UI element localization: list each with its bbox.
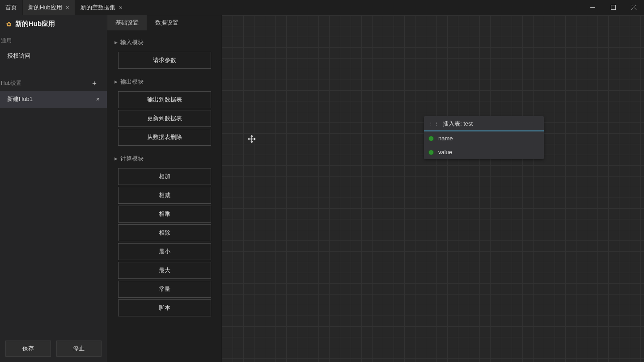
module-update-to-table[interactable]: 更新到数据表 (118, 110, 211, 127)
section-header-general: 通用 (0, 33, 107, 47)
tab-data-settings[interactable]: 数据设置 (147, 15, 187, 30)
svg-rect-0 (611, 5, 615, 10)
tab-basic-settings[interactable]: 基础设置 (107, 15, 147, 30)
port-icon[interactable] (428, 136, 434, 141)
module-script[interactable]: 脚本 (118, 299, 211, 316)
chevron-right-icon: ▶ (114, 80, 118, 84)
node-insert-table[interactable]: ⋮⋮ 插入表: test name value (424, 116, 544, 159)
titlebar: 首页 新的Hub应用 × 新的空数据集 × (0, 0, 644, 15)
chevron-right-icon: ▶ (114, 156, 118, 161)
module-output-to-table[interactable]: 输出到数据表 (118, 91, 211, 108)
palette-tabs: 基础设置 数据设置 (107, 15, 221, 30)
tab-empty-dataset[interactable]: 新的空数据集 × (75, 0, 128, 15)
module-divide[interactable]: 相除 (118, 224, 211, 241)
move-cursor-icon (248, 135, 256, 143)
port-icon[interactable] (428, 150, 434, 155)
save-button[interactable]: 保存 (5, 341, 51, 357)
drag-grip-icon[interactable]: ⋮⋮ (428, 121, 439, 127)
module-multiply[interactable]: 相乘 (118, 206, 211, 223)
tab-hub-app[interactable]: 新的Hub应用 × (23, 0, 75, 15)
tab-label: 新的空数据集 (80, 4, 115, 12)
module-palette: 基础设置 数据设置 ▶ 输入模块 请求参数 ▶ 输出模块 输出到数据表 更新到数… (107, 15, 222, 362)
sidebar-item-auth[interactable]: 授权访问 (0, 47, 107, 64)
close-icon[interactable]: × (66, 4, 69, 11)
module-delete-from-table[interactable]: 从数据表删除 (118, 129, 211, 146)
sidebar-item-hub1[interactable]: 新建Hub1 × (0, 91, 107, 108)
node-port-value[interactable]: value (424, 145, 544, 159)
port-label: name (438, 135, 453, 142)
module-const[interactable]: 常量 (118, 281, 211, 298)
section-header-hub: Hub设置 ＋ (0, 74, 107, 91)
group-header-input[interactable]: ▶ 输入模块 (114, 34, 214, 50)
module-max[interactable]: 最大 (118, 262, 211, 279)
group-header-calc[interactable]: ▶ 计算模块 (114, 150, 214, 166)
chevron-right-icon: ▶ (114, 40, 118, 45)
module-min[interactable]: 最小 (118, 243, 211, 260)
app-icon: ✿ (6, 21, 12, 28)
palette-body: ▶ 输入模块 请求参数 ▶ 输出模块 输出到数据表 更新到数据表 从数据表删除 … (107, 30, 221, 322)
port-label: value (438, 149, 452, 156)
window-tabs: 首页 新的Hub应用 × 新的空数据集 × (0, 0, 128, 15)
window-controls (582, 0, 644, 15)
close-icon[interactable]: × (96, 96, 100, 103)
sidebar-footer: 保存 停止 (0, 335, 107, 362)
main-content: ✿ 新的Hub应用 通用 授权访问 Hub设置 ＋ 新建Hub1 × 保存 停止… (0, 15, 644, 362)
add-hub-icon[interactable]: ＋ (91, 79, 101, 88)
close-button[interactable] (623, 0, 644, 15)
module-subtract[interactable]: 相减 (118, 187, 211, 204)
close-icon[interactable]: × (119, 4, 123, 11)
app-title-text: 新的Hub应用 (15, 20, 55, 28)
node-title: 插入表: test (443, 120, 473, 128)
module-add[interactable]: 相加 (118, 168, 211, 185)
sidebar: ✿ 新的Hub应用 通用 授权访问 Hub设置 ＋ 新建Hub1 × 保存 停止 (0, 15, 107, 362)
tab-label: 首页 (5, 4, 17, 12)
graph-canvas[interactable]: ⋮⋮ 插入表: test name value (222, 15, 644, 362)
stop-button[interactable]: 停止 (56, 341, 102, 357)
group-header-output[interactable]: ▶ 输出模块 (114, 73, 214, 89)
node-header[interactable]: ⋮⋮ 插入表: test (424, 116, 544, 131)
maximize-button[interactable] (603, 0, 623, 15)
tab-label: 新的Hub应用 (28, 4, 62, 12)
tab-home[interactable]: 首页 (0, 0, 23, 15)
module-request-params[interactable]: 请求参数 (118, 52, 211, 69)
minimize-button[interactable] (582, 0, 603, 15)
node-port-name[interactable]: name (424, 131, 544, 145)
app-title: ✿ 新的Hub应用 (0, 15, 107, 33)
